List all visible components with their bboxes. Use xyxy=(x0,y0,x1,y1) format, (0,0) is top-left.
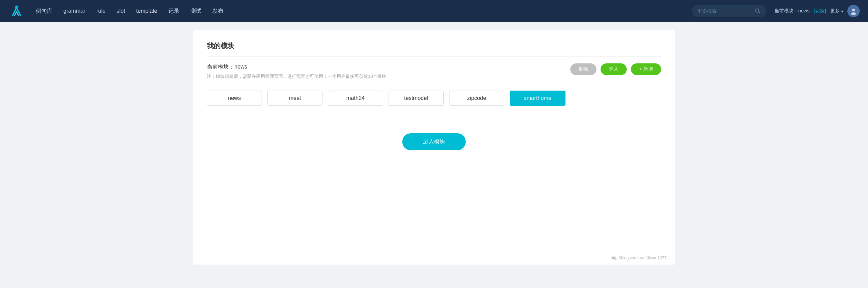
avatar[interactable] xyxy=(847,5,860,17)
nav-item-test[interactable]: 测试 xyxy=(190,8,201,15)
switch-module-link[interactable]: [切换] xyxy=(814,8,826,14)
svg-point-0 xyxy=(15,6,18,8)
more-label: 更多 xyxy=(830,8,840,14)
avatar-icon xyxy=(849,7,858,15)
svg-point-4 xyxy=(851,12,856,15)
module-card-meet[interactable]: meet xyxy=(267,91,322,106)
main-content: 我的模块 当前模块：news 注：模块创建后，需要在应用管理页面上进行配置才可使… xyxy=(193,30,675,265)
enter-btn-wrapper: 进入模块 xyxy=(207,133,661,150)
search-box xyxy=(692,5,766,17)
page-footer: http://blog.csdn.net/diwan1977 xyxy=(611,256,667,260)
nav-menu: 例句库 grammar rule slot template 记录 测试 发布 xyxy=(36,8,684,15)
module-info: 当前模块：news 注：模块创建后，需要在应用管理页面上进行配置才可使用；一个用… xyxy=(207,63,386,80)
current-module-display: 当前模块：news xyxy=(774,8,810,14)
more-menu-button[interactable]: 更多 xyxy=(830,8,843,14)
page-title: 我的模块 xyxy=(207,41,661,51)
nav-item-rule[interactable]: rule xyxy=(96,8,106,14)
add-button[interactable]: + 新增 xyxy=(631,63,661,75)
nav-item-record[interactable]: 记录 xyxy=(168,8,179,15)
svg-point-3 xyxy=(852,9,855,11)
svg-line-2 xyxy=(759,12,760,13)
navbar-right: 当前模块：news [切换] 更多 xyxy=(774,5,860,17)
nav-item-slot[interactable]: slot xyxy=(117,8,125,14)
current-module-label: 当前模块：news xyxy=(207,63,386,71)
top-row: 当前模块：news 注：模块创建后，需要在应用管理页面上进行配置才可使用；一个用… xyxy=(207,63,661,80)
app-logo[interactable] xyxy=(8,3,25,19)
logo-icon xyxy=(8,3,25,19)
module-cards: news meet math24 testmodel zipcode smart… xyxy=(207,91,661,106)
module-card-zipcode[interactable]: zipcode xyxy=(449,91,504,106)
chevron-down-icon xyxy=(841,8,843,14)
import-button[interactable]: 导入 xyxy=(601,63,627,75)
search-input[interactable] xyxy=(697,8,752,14)
navbar: 例句库 grammar rule slot template 记录 测试 发布 … xyxy=(0,0,868,22)
nav-item-grammar[interactable]: grammar xyxy=(63,8,85,14)
delete-button[interactable]: 删除 xyxy=(570,63,596,75)
module-card-testmodel[interactable]: testmodel xyxy=(389,91,444,106)
module-card-smarthome[interactable]: smarthome xyxy=(510,91,565,106)
enter-module-button[interactable]: 进入模块 xyxy=(402,133,466,150)
search-icon xyxy=(755,8,761,14)
nav-item-template[interactable]: template xyxy=(136,8,157,14)
nav-item-examples[interactable]: 例句库 xyxy=(36,8,52,15)
top-actions: 删除 导入 + 新增 xyxy=(570,63,661,75)
module-card-news[interactable]: news xyxy=(207,91,262,106)
divider xyxy=(207,56,661,56)
module-card-math24[interactable]: math24 xyxy=(328,91,383,106)
nav-item-publish[interactable]: 发布 xyxy=(212,8,223,15)
module-note: 注：模块创建后，需要在应用管理页面上进行配置才可使用；一个用户最多可创建10个模… xyxy=(207,73,386,80)
